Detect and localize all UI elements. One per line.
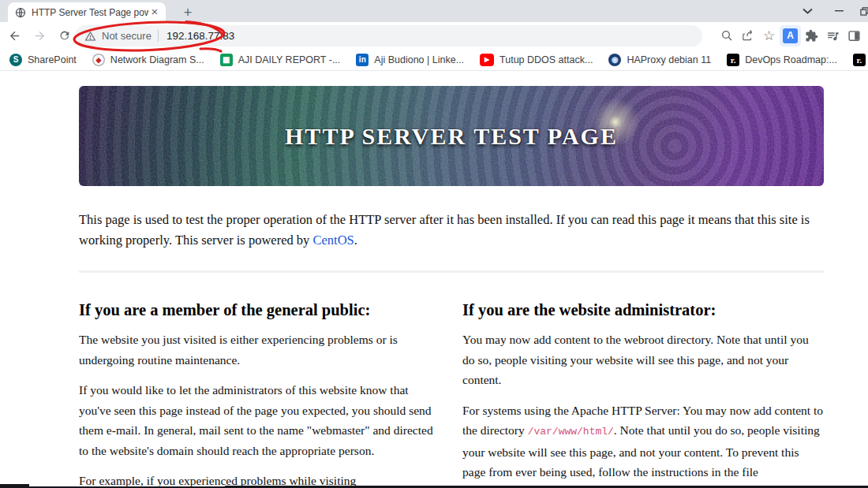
text-run: You may now add content to the webroot d… <box>462 333 809 386</box>
bookmark-label: SharePoint <box>28 54 77 65</box>
text-run: This page is used to test the proper ope… <box>79 212 810 248</box>
browser-tab[interactable]: HTTP Server Test Page powered × <box>8 2 166 22</box>
paragraph: You may now add content to the webroot d… <box>462 330 824 390</box>
browser-toolbar: Not secure 192.168.77.83 ☆ A <box>0 22 868 49</box>
taskbar-edge <box>0 484 29 488</box>
admin-column: If you are the website administrator: Yo… <box>462 284 824 488</box>
divider <box>79 270 824 273</box>
bookmark-label: Aji Budiono | Linke... <box>374 54 464 65</box>
bookmark-docker-roadmap[interactable]: r. Docker Roadmap -... <box>851 51 868 69</box>
bookmark-network-diagram[interactable]: ◆ Network Diagram S... <box>90 51 207 69</box>
inline-code: /var/www/html/ <box>528 426 614 438</box>
text-run: . <box>354 233 357 248</box>
google-sheets-icon: ▦ <box>220 54 233 66</box>
address-bar[interactable]: Not secure 192.168.77.83 <box>75 25 702 47</box>
window-maximize-button[interactable] <box>852 0 868 22</box>
not-secure-label: Not secure <box>102 30 152 42</box>
public-column: If you are a member of the general publi… <box>79 284 440 488</box>
admin-heading: If you are the website administrator: <box>462 301 824 319</box>
bookmark-haproxy[interactable]: ◉ HAProxy debian 11 <box>606 51 713 69</box>
back-button[interactable] <box>3 24 25 47</box>
intro-paragraph: This page is used to test the proper ope… <box>79 210 824 250</box>
linkedin-icon: in <box>356 54 369 66</box>
page-title: HTTP SERVER TEST PAGE <box>79 86 824 186</box>
sharepoint-icon: S <box>9 54 22 66</box>
bookmark-aji-daily-report[interactable]: ▦ AJI DAILY REPORT -... <box>218 51 343 69</box>
page-viewport: HTTP SERVER TEST PAGE This page is used … <box>0 86 868 488</box>
bookmark-label: Tutup DDOS attack... <box>499 54 593 65</box>
bookmark-devops-roadmap[interactable]: r. DevOps Roadmap:... <box>724 51 840 69</box>
omnibox-divider <box>158 30 159 42</box>
paragraph: The website you just visited is either e… <box>79 330 440 370</box>
roadmap-icon: r. <box>727 54 739 66</box>
paragraph: For systems using the Apache HTTP Server… <box>462 400 824 488</box>
side-panel-icon[interactable] <box>844 25 865 47</box>
bookmark-label: AJI DAILY REPORT -... <box>238 54 341 65</box>
bookmark-label: Network Diagram S... <box>110 54 204 65</box>
text-run: If you would like to let the administrat… <box>79 383 433 457</box>
bookmark-linkedin[interactable]: in Aji Budiono | Linke... <box>354 51 466 69</box>
bookmark-label: HAProxy debian 11 <box>627 54 711 65</box>
tab-search-chevron-icon[interactable] <box>795 0 819 22</box>
network-diagram-icon: ◆ <box>92 54 105 66</box>
translate-extension-icon[interactable]: A <box>780 25 801 47</box>
window-minimize-button[interactable] <box>827 0 851 22</box>
bookmark-youtube[interactable]: ▶ Tutup DDOS attack... <box>477 51 595 69</box>
reload-button[interactable] <box>54 24 76 47</box>
bookmark-sharepoint[interactable]: S SharePoint <box>7 51 79 69</box>
not-secure-warning-icon <box>84 31 96 42</box>
tab-strip: HTTP Server Test Page powered × + <box>0 0 868 22</box>
roadmap-icon: r. <box>853 54 866 66</box>
youtube-icon: ▶ <box>480 54 494 66</box>
share-icon[interactable] <box>737 25 758 47</box>
bookmark-star-icon[interactable]: ☆ <box>758 25 780 47</box>
inline-link[interactable]: CentOS <box>312 233 354 248</box>
bookmarks-bar: S SharePoint ◆ Network Diagram S... ▦ AJ… <box>0 49 868 71</box>
bookmark-label: DevOps Roadmap:... <box>745 54 837 65</box>
extensions-puzzle-icon[interactable] <box>801 25 822 47</box>
globe-favicon-icon <box>15 7 26 18</box>
tab-title: HTTP Server Test Page powered <box>32 7 148 18</box>
text-run: The website you just visited is either e… <box>79 333 398 367</box>
playlist-extension-icon[interactable] <box>822 25 844 47</box>
forward-button[interactable] <box>28 24 51 47</box>
url-text[interactable]: 192.168.77.83 <box>166 30 234 42</box>
hero-banner: HTTP SERVER TEST PAGE <box>79 86 824 186</box>
tab-close-icon[interactable]: × <box>148 6 161 19</box>
new-tab-button[interactable]: + <box>178 4 197 23</box>
public-heading: If you are a member of the general publi… <box>79 301 440 319</box>
haproxy-icon: ◉ <box>608 54 621 66</box>
paragraph: If you would like to let the administrat… <box>79 380 440 460</box>
search-icon[interactable] <box>716 25 737 47</box>
